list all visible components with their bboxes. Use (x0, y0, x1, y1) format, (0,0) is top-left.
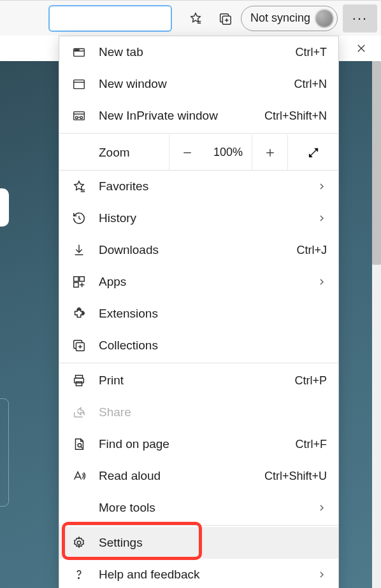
svg-point-16 (76, 116, 78, 119)
collections-icon (71, 337, 87, 354)
menu-item-read-aloud[interactable]: Read aloud Ctrl+Shift+U (59, 460, 338, 492)
zoom-row: Zoom 100% (59, 135, 338, 171)
menu-item-shortcut: Ctrl+Shift+N (264, 109, 327, 123)
star-icon (71, 178, 87, 195)
fullscreen-icon (306, 146, 320, 160)
menu-item-share: Share (59, 396, 338, 428)
chevron-right-icon (317, 277, 327, 287)
menu-item-label: Share (99, 405, 327, 419)
avatar (315, 10, 333, 27)
svg-rect-24 (74, 277, 78, 281)
profile-label: Not syncing (250, 11, 310, 25)
fullscreen-button[interactable] (287, 135, 338, 170)
scrollbar-track[interactable] (372, 61, 381, 588)
extensions-icon (71, 305, 87, 322)
plus-icon (264, 146, 277, 159)
menu-item-collections[interactable]: Collections (59, 330, 338, 361)
menu-item-print[interactable]: Print Ctrl+P (59, 365, 338, 396)
svg-rect-14 (74, 112, 85, 120)
print-icon (71, 372, 87, 389)
chevron-right-icon (317, 181, 327, 192)
scrollbar-thumb[interactable] (372, 61, 381, 265)
menu-item-label: Downloads (99, 243, 285, 257)
minus-icon (181, 146, 194, 159)
menu-item-label: Extensions (99, 307, 327, 321)
menu-item-settings[interactable]: Settings (59, 527, 338, 559)
chevron-right-icon (317, 503, 327, 513)
help-icon (71, 566, 87, 583)
ellipsis-icon: ··· (352, 10, 368, 27)
toolbar: Not syncing ··· (0, 0, 381, 36)
menu-item-label: Print (99, 374, 283, 388)
find-icon (71, 436, 87, 452)
zoom-value: 100% (205, 146, 252, 159)
new-tab-icon (71, 44, 87, 60)
favorites-toolbar-button[interactable] (182, 5, 209, 32)
read-aloud-icon (71, 468, 87, 484)
menu-item-more-tools[interactable]: More tools (59, 492, 338, 524)
chevron-right-icon (317, 213, 327, 223)
zoom-label: Zoom (59, 146, 169, 160)
menu-item-new-tab[interactable]: New tab Ctrl+T (59, 36, 338, 68)
svg-point-42 (78, 578, 79, 578)
svg-rect-10 (75, 50, 77, 51)
menu-item-new-window[interactable]: New window Ctrl+N (59, 68, 338, 100)
menu-item-shortcut: Ctrl+N (294, 78, 327, 91)
menu-item-label: Favorites (99, 179, 305, 193)
svg-rect-37 (76, 382, 82, 386)
settings-menu: New tab Ctrl+T New window Ctrl+N New InP… (59, 36, 339, 588)
menu-item-label: Find on page (99, 437, 284, 451)
zoom-in-button[interactable] (252, 135, 287, 171)
menu-item-label: Help and feedback (99, 568, 305, 582)
menu-item-shortcut: Ctrl+T (296, 46, 327, 59)
menu-item-history[interactable]: History (59, 202, 338, 234)
menu-separator (59, 133, 338, 134)
menu-item-shortcut: Ctrl+J (296, 244, 327, 257)
svg-rect-11 (77, 50, 79, 51)
menu-item-help[interactable]: Help and feedback (59, 559, 338, 588)
menu-item-label: More tools (99, 501, 305, 515)
menu-item-label: Collections (99, 339, 327, 353)
menu-item-favorites[interactable]: Favorites (59, 171, 338, 202)
new-window-icon (71, 76, 87, 92)
menu-item-label: Apps (99, 275, 305, 289)
svg-point-41 (77, 541, 81, 545)
address-bar[interactable] (48, 5, 172, 32)
menu-item-downloads[interactable]: Downloads Ctrl+J (59, 234, 338, 266)
bg-card (0, 188, 9, 227)
close-icon (356, 43, 367, 54)
apps-icon (71, 274, 87, 290)
menu-separator (59, 363, 338, 363)
menu-item-label: Read aloud (99, 469, 253, 483)
collections-toolbar-button[interactable] (212, 5, 238, 32)
zoom-out-button[interactable] (169, 135, 205, 171)
menu-item-label: New window (99, 77, 282, 91)
svg-line-39 (81, 447, 83, 449)
svg-point-17 (80, 116, 83, 119)
inprivate-icon (71, 108, 87, 124)
svg-rect-26 (74, 283, 78, 287)
blank-icon (71, 500, 87, 516)
profile-button[interactable]: Not syncing (241, 6, 338, 31)
chevron-right-icon (317, 570, 327, 580)
menu-item-label: New tab (99, 45, 284, 59)
download-icon (71, 242, 87, 258)
menu-item-label: New InPrivate window (99, 109, 253, 123)
gear-icon (71, 535, 87, 551)
menu-item-shortcut: Ctrl+Shift+U (264, 470, 327, 483)
menu-item-shortcut: Ctrl+F (296, 438, 327, 451)
history-icon (71, 210, 87, 227)
share-icon (71, 404, 87, 421)
more-button[interactable]: ··· (343, 4, 377, 32)
svg-rect-12 (74, 80, 85, 89)
menu-item-new-inprivate[interactable]: New InPrivate window Ctrl+Shift+N (59, 100, 338, 132)
menu-item-extensions[interactable]: Extensions (59, 298, 338, 330)
menu-item-apps[interactable]: Apps (59, 266, 338, 298)
menu-item-find[interactable]: Find on page Ctrl+F (59, 428, 338, 460)
close-button[interactable] (356, 43, 367, 54)
menu-item-shortcut: Ctrl+P (294, 374, 327, 388)
menu-item-label: History (99, 211, 305, 225)
collections-icon (218, 11, 232, 25)
menu-item-label: Settings (99, 536, 327, 550)
bg-outline (0, 398, 9, 507)
